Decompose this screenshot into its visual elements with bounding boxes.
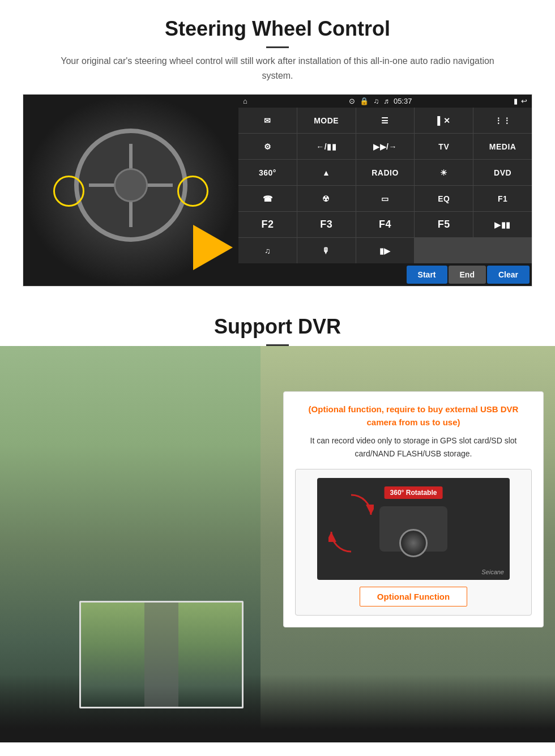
title-divider (266, 46, 289, 48)
rotatable-badge: 360° Rotatable (385, 486, 443, 499)
dvr-section: Support DVR (Optional function, require … (0, 298, 555, 742)
btn-prev[interactable]: ←/▮▮ (297, 134, 356, 159)
dvr-content: (Optional function, require to buy exter… (0, 346, 555, 742)
btn-internet[interactable]: ☢ (297, 186, 356, 211)
volume-icon: ♬ (383, 97, 389, 105)
wifi-icon: ⊙ (349, 97, 355, 105)
dvr-camera-box: 360° Rotatable (295, 469, 532, 616)
btn-skip[interactable]: ▮▶ (356, 238, 415, 263)
clear-button[interactable]: Clear (487, 266, 530, 284)
signal-icon: ♫ (373, 97, 379, 105)
topbar-center: ⊙ 🔒 ♫ ♬ 05:37 (349, 97, 412, 105)
btn-music[interactable]: ♫ (238, 238, 297, 263)
btn-tv[interactable]: TV (415, 134, 473, 159)
arc-arrows (328, 489, 374, 557)
small-photo-road (144, 603, 178, 707)
yellow-circle-left (53, 176, 84, 207)
home-icon: ⌂ (243, 97, 247, 105)
yellow-circle-right (177, 176, 208, 207)
yellow-arrow (193, 225, 233, 270)
btn-f3[interactable]: F3 (297, 212, 356, 237)
btn-eq[interactable]: EQ (415, 186, 473, 211)
btn-settings[interactable]: ⚙ (238, 134, 297, 159)
window-icon: ▮ (514, 97, 518, 105)
btn-360[interactable]: 360° (238, 160, 297, 185)
optional-function-button[interactable]: Optional Function (360, 587, 467, 606)
end-button[interactable]: End (449, 266, 486, 284)
steering-center (114, 168, 148, 202)
btn-brightness[interactable]: ☀ (415, 160, 473, 185)
time-display: 05:37 (394, 97, 412, 105)
btn-mute[interactable]: ▌✕ (415, 108, 473, 133)
btn-f1[interactable]: F1 (473, 186, 532, 211)
optional-text: (Optional function, require to buy exter… (295, 403, 532, 429)
btn-mic[interactable]: 🎙 (297, 238, 356, 263)
lock-icon: 🔒 (360, 97, 369, 105)
btn-eject[interactable]: ▲ (297, 160, 356, 185)
back-icon: ↩ (521, 97, 527, 105)
btn-phone[interactable]: ☎ (238, 186, 297, 211)
dvr-small-photo (79, 601, 244, 708)
btn-f2[interactable]: F2 (238, 212, 297, 237)
steering-description: Your original car's steering wheel contr… (51, 54, 504, 83)
steering-section: Steering Wheel Control Your original car… (0, 0, 555, 298)
ui-bottom-row: Start End Clear (238, 263, 532, 286)
btn-apps[interactable]: ⋮⋮ (473, 108, 532, 133)
start-button[interactable]: Start (407, 266, 447, 284)
btn-screen[interactable]: ▭ (356, 186, 415, 211)
btn-nav[interactable]: ✉ (238, 108, 297, 133)
ui-grid: ✉ MODE ☰ ▌✕ ⋮⋮ ⚙ ←/▮▮ ▶▶/→ TV MEDIA 360°… (238, 108, 532, 263)
btn-f5[interactable]: F5 (415, 212, 473, 237)
btn-menu[interactable]: ☰ (356, 108, 415, 133)
watermark: Seicane (481, 569, 504, 575)
dvr-title: Support DVR (0, 315, 555, 339)
steering-container: ⌂ ⊙ 🔒 ♫ ♬ 05:37 ▮ ↩ ✉ MODE ☰ (23, 94, 532, 287)
dvr-info-box: (Optional function, require to buy exter… (283, 391, 544, 627)
btn-f4[interactable]: F4 (356, 212, 415, 237)
btn-playpause[interactable]: ▶▮▮ (473, 212, 532, 237)
btn-next[interactable]: ▶▶/→ (356, 134, 415, 159)
steering-image (23, 95, 238, 287)
topbar-right: ▮ ↩ (514, 97, 527, 105)
btn-radio[interactable]: RADIO (356, 160, 415, 185)
dvr-description: It can record video only to storage in G… (295, 434, 532, 460)
btn-mode[interactable]: MODE (297, 108, 356, 133)
btn-dvd[interactable]: DVD (473, 160, 532, 185)
steering-title: Steering Wheel Control (23, 17, 532, 41)
camera-lens (399, 529, 428, 557)
btn-media[interactable]: MEDIA (473, 134, 532, 159)
camera-body (379, 506, 447, 552)
camera-image-area: 360° Rotatable (317, 478, 510, 580)
topbar-left: ⌂ (243, 97, 247, 105)
ui-panel: ⌂ ⊙ 🔒 ♫ ♬ 05:37 ▮ ↩ ✉ MODE ☰ (238, 95, 532, 286)
ui-topbar: ⌂ ⊙ 🔒 ♫ ♬ 05:37 ▮ ↩ (238, 95, 532, 108)
steering-wheel (74, 129, 187, 242)
